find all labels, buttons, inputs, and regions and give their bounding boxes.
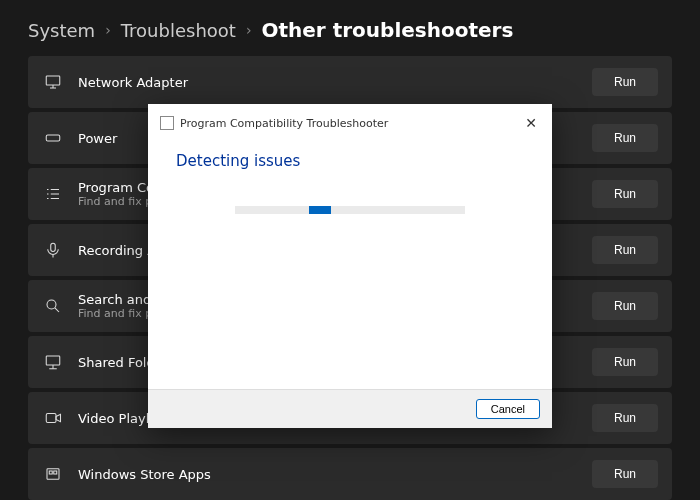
cancel-button[interactable]: Cancel (476, 399, 540, 419)
run-button[interactable]: Run (592, 348, 658, 376)
run-button[interactable]: Run (592, 292, 658, 320)
app-icon (160, 116, 174, 130)
dialog-header: Program Compatibility Troubleshooter ✕ (148, 104, 552, 138)
row-title: Windows Store Apps (78, 467, 592, 482)
progress-fill (309, 206, 331, 214)
close-icon[interactable]: ✕ (522, 114, 540, 132)
run-button[interactable]: Run (592, 460, 658, 488)
run-button[interactable]: Run (592, 124, 658, 152)
svg-rect-21 (54, 471, 57, 474)
list-icon (42, 183, 64, 205)
chevron-right-icon: › (105, 22, 111, 38)
dialog-app-name: Program Compatibility Troubleshooter (180, 117, 388, 130)
run-button[interactable]: Run (592, 180, 658, 208)
troubleshooter-dialog: Program Compatibility Troubleshooter ✕ D… (148, 104, 552, 428)
svg-rect-14 (46, 356, 60, 365)
power-icon (42, 127, 64, 149)
search-icon (42, 295, 64, 317)
run-button[interactable]: Run (592, 236, 658, 264)
svg-rect-3 (46, 135, 60, 141)
monitor-icon (42, 71, 64, 93)
breadcrumb-system[interactable]: System (28, 20, 95, 41)
shared-icon (42, 351, 64, 373)
video-icon (42, 407, 64, 429)
dialog-heading: Detecting issues (176, 152, 524, 170)
page-title: Other troubleshooters (262, 18, 514, 42)
troubleshooter-row: Network AdapterRun (28, 56, 672, 108)
svg-rect-20 (49, 471, 52, 474)
chevron-right-icon: › (246, 22, 252, 38)
mic-icon (42, 239, 64, 261)
row-text: Network Adapter (78, 75, 592, 90)
run-button[interactable]: Run (592, 68, 658, 96)
dialog-body: Detecting issues (148, 138, 552, 389)
row-title: Network Adapter (78, 75, 592, 90)
breadcrumb: System › Troubleshoot › Other troublesho… (0, 0, 700, 56)
svg-point-12 (47, 300, 56, 309)
svg-rect-17 (46, 414, 56, 423)
breadcrumb-troubleshoot[interactable]: Troubleshoot (121, 20, 236, 41)
svg-marker-18 (56, 414, 61, 422)
svg-rect-0 (46, 76, 60, 85)
progress-bar (235, 206, 465, 214)
troubleshooter-row: Windows Store AppsRun (28, 448, 672, 500)
store-icon (42, 463, 64, 485)
dialog-footer: Cancel (148, 389, 552, 428)
run-button[interactable]: Run (592, 404, 658, 432)
svg-line-13 (55, 308, 59, 312)
row-text: Windows Store Apps (78, 467, 592, 482)
svg-rect-10 (51, 243, 56, 251)
